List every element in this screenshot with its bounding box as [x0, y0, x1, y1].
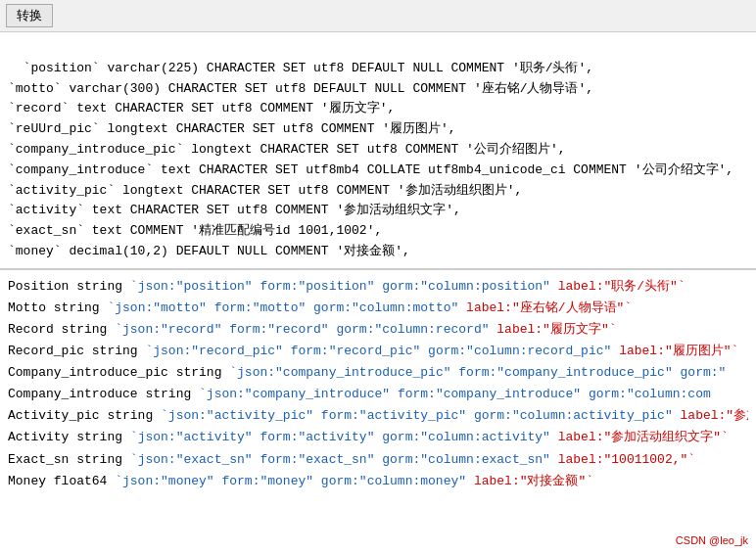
result-line: Company_introduce string `json:"company_…: [8, 384, 748, 405]
field-prefix: Company_introduce string: [8, 387, 199, 401]
field-tags: `json:"activity" form:"activity" gorm:"c…: [130, 430, 558, 444]
result-line: Exact_sn string `json:"exact_sn" form:"e…: [8, 449, 748, 471]
result-line: Position string `json:"position" form:"p…: [8, 276, 748, 298]
field-label: label:"对接金额"`: [474, 474, 593, 488]
field-tags: `json:"record" form:"record" gorm:"colum…: [115, 322, 496, 337]
watermark: CSDN @leo_jk: [676, 534, 748, 546]
result-line: Record string `json:"record" form:"recor…: [8, 319, 748, 341]
result-panel: Position string `json:"position" form:"p…: [0, 270, 756, 498]
convert-button[interactable]: 转换: [6, 4, 53, 27]
field-tags: `json:"motto" form:"motto" gorm:"column:…: [107, 300, 466, 315]
field-prefix: Exact_sn string: [8, 452, 130, 467]
result-line: Motto string `json:"motto" form:"motto" …: [8, 298, 748, 319]
field-tags: `json:"money" form:"money" gorm:"column:…: [115, 474, 474, 488]
result-line: Company_introduce_pic string `json:"comp…: [8, 362, 748, 384]
field-label: label:"履历图片"`: [619, 344, 738, 358]
field-tags: `json:"activity_pic" form:"activity_pic"…: [161, 408, 681, 423]
toolbar: 转换: [0, 0, 756, 32]
field-label: label:"参加活动组织文字"`: [558, 430, 729, 444]
field-tags: `json:"company_introduce" form:"company_…: [199, 387, 711, 401]
field-tags: `json:"exact_sn" form:"exact_sn" gorm:"c…: [130, 452, 558, 467]
field-label: label:"座右铭/人物导语"`: [466, 300, 632, 315]
field-prefix: Company_introduce_pic string: [8, 365, 229, 380]
sql-content: `position` varchar(225) CHARACTER SET ut…: [8, 61, 733, 258]
result-line: Record_pic string `json:"record_pic" for…: [8, 341, 748, 362]
field-label: label:"履历文字"`: [496, 322, 616, 337]
field-tags: `json:"record_pic" form:"record_pic" gor…: [145, 344, 619, 358]
result-line: Activity_pic string `json:"activity_pic"…: [8, 405, 748, 427]
field-prefix: Record_pic string: [8, 344, 145, 358]
field-prefix: Position string: [8, 279, 130, 294]
field-prefix: Activity string: [8, 430, 130, 444]
field-tags: `json:"position" form:"position" gorm:"c…: [130, 279, 558, 294]
sql-panel: `position` varchar(225) CHARACTER SET ut…: [0, 32, 756, 270]
field-prefix: Record string: [8, 322, 115, 337]
field-tags: `json:"company_introduce_pic" form:"comp…: [229, 365, 726, 380]
field-label: label:"参加活动组织: [681, 408, 748, 423]
field-label: label:"10011002,"`: [558, 452, 695, 467]
field-prefix: Money float64: [8, 474, 115, 488]
result-line: Money float64 `json:"money" form:"money"…: [8, 471, 748, 492]
result-line: Activity string `json:"activity" form:"a…: [8, 427, 748, 448]
field-prefix: Motto string: [8, 300, 107, 315]
field-label: label:"职务/头衔"`: [558, 279, 685, 294]
field-prefix: Activity_pic string: [8, 408, 161, 423]
